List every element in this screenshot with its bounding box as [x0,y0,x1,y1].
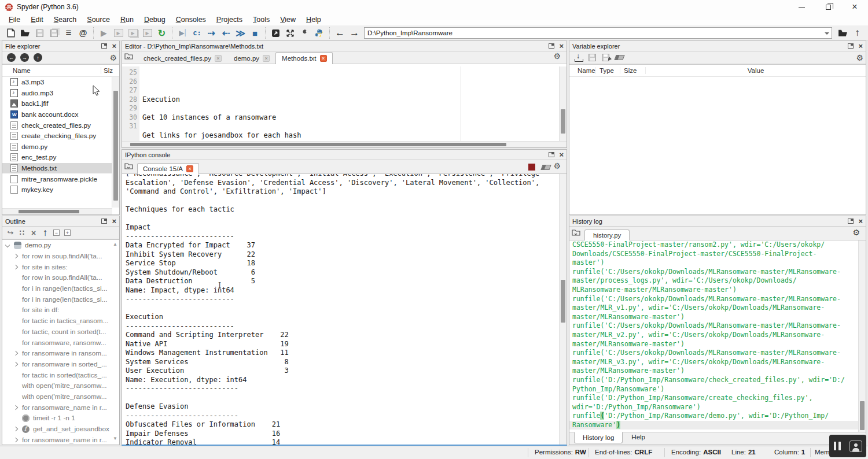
editor-tab[interactable]: check_created_files.py [137,52,227,64]
show-comments-icon[interactable] [16,228,28,237]
menu-item[interactable]: Debug [139,14,171,25]
expander-icon[interactable] [13,362,18,367]
outline-item[interactable]: for i in range(len(tactics_si... [2,283,119,294]
tab-close-icon[interactable] [263,55,270,62]
editor-horizontal-scrollbar[interactable] [122,141,567,147]
history-output[interactable]: CSCE5550-FinalProject-master/ransom2.py'… [569,240,866,432]
editor-vertical-scrollbar[interactable] [559,66,567,141]
outline-item[interactable]: for tactic in sorted(tactics_... [2,369,119,380]
menu-item[interactable]: File [3,14,25,25]
stop-debug-icon[interactable] [248,26,262,40]
fe-horizontal-scrollbar[interactable] [2,208,112,214]
outline-item[interactable]: for ransomware in ransom... [2,348,119,359]
close-pane-icon[interactable] [858,217,863,225]
close-pane-icon[interactable] [559,151,564,158]
fullscreen-icon[interactable] [283,26,297,40]
menu-item[interactable]: Tools [248,14,275,25]
ve-options-gear-icon[interactable] [856,53,863,62]
scroll-up-icon[interactable]: ▲ [113,242,117,247]
undock-icon[interactable] [101,219,107,224]
forward-icon[interactable] [347,26,362,40]
outline-item[interactable]: timeit -r 1 -n 1 [2,413,119,424]
file-item[interactable]: enc_test.py [2,152,112,163]
save-file-icon[interactable] [32,26,47,40]
restore-button[interactable] [815,0,841,14]
go-up-icon[interactable] [39,227,51,239]
menu-item[interactable]: Help [301,14,326,25]
expander-icon[interactable] [13,351,18,356]
file-item[interactable]: bank account.docx [2,109,112,120]
file-item[interactable]: create_checking_files.py [2,131,112,142]
column-type[interactable]: Type [595,67,620,74]
expander-icon[interactable] [5,243,10,247]
working-directory-input[interactable] [365,29,832,36]
file-switcher-icon[interactable] [61,26,76,40]
outline-item[interactable]: with open('mitre_ransomw... [2,391,119,402]
tab-close-icon[interactable] [320,55,327,62]
outline-item[interactable]: for tactic in tactics_ransom... [2,316,119,327]
interrupt-kernel-icon[interactable] [528,164,535,171]
browse-directory-icon[interactable] [836,26,850,40]
run-cell-advance-icon[interactable] [126,26,140,40]
column-size[interactable]: Size [620,67,645,74]
remove-variables-icon[interactable] [614,55,624,60]
import-data-icon[interactable] [575,54,583,62]
debug-file-icon[interactable] [175,26,190,40]
rerun-cell-icon[interactable] [155,26,169,40]
undock-icon[interactable] [549,152,554,157]
new-file-icon[interactable] [3,26,18,40]
expander-icon[interactable] [13,405,18,409]
outline-item[interactable]: for i in range(len(tactics_si... [2,294,119,305]
expand-all-icon[interactable]: + [64,230,71,236]
column-name[interactable]: Name [2,67,101,74]
close-pane-icon[interactable] [559,42,564,50]
history-vertical-scrollbar[interactable] [858,240,866,432]
close-button[interactable] [841,0,868,14]
tab-close-icon[interactable] [215,55,222,62]
file-item[interactable]: mykey.key [2,184,112,195]
fe-vertical-scrollbar[interactable] [112,77,119,208]
file-list-header[interactable]: Name Siz [2,65,119,77]
file-item[interactable]: back1.jfif [2,98,112,109]
file-item[interactable]: mitre_ransomware.pickle [2,173,112,184]
column-name[interactable]: Name [569,67,595,74]
outline-item[interactable]: for ransomware, ransomw... [2,337,119,348]
menu-item[interactable]: Run [115,14,139,25]
tab-close-icon[interactable] [186,165,193,172]
open-file-icon[interactable] [18,26,32,40]
close-pane-icon[interactable] [112,217,116,225]
save-data-icon[interactable] [589,54,596,61]
undock-icon[interactable] [848,43,854,49]
python-path-icon[interactable] [312,26,326,40]
continue-execution-icon[interactable] [233,26,248,40]
editor-options-gear-icon[interactable] [553,51,561,61]
tab-history-log[interactable]: History log [574,432,623,443]
maximize-pane-icon[interactable] [269,26,283,40]
save-data-as-icon[interactable] [602,54,609,61]
history-options-gear-icon[interactable] [852,228,860,237]
column-size[interactable]: Siz [101,67,119,74]
file-item[interactable]: check_created_files.py [2,120,112,131]
undock-icon[interactable] [101,43,107,49]
back-icon[interactable] [333,26,347,40]
expander-icon[interactable] [13,427,18,431]
outline-item[interactable]: for ransomware_name in r... [2,434,119,445]
tab-help[interactable]: Help [623,432,654,443]
outline-item[interactable]: demo.py [2,240,119,251]
outline-item[interactable]: for site in sites: [2,261,119,272]
step-return-icon[interactable] [219,26,233,40]
menu-item[interactable]: Search [49,14,82,25]
fe-next-icon[interactable] [20,53,29,62]
preferences-wrench-icon[interactable] [297,26,312,40]
outline-item[interactable]: for row in soup.findAll('ta... [2,272,119,283]
console-vertical-scrollbar[interactable] [559,174,567,445]
outline-item[interactable]: for ransomware_name in r... [2,402,119,413]
outline-item[interactable]: get_and_set_joesandbox [2,424,119,435]
menu-item[interactable]: Projects [211,14,248,25]
console-options-gear-icon[interactable] [553,161,561,171]
debug-cell-icon[interactable] [190,26,204,40]
step-into-icon[interactable] [204,26,219,40]
menu-item[interactable]: Consoles [171,14,211,25]
fe-previous-icon[interactable] [7,53,16,62]
browse-tabs-icon[interactable] [124,162,135,171]
